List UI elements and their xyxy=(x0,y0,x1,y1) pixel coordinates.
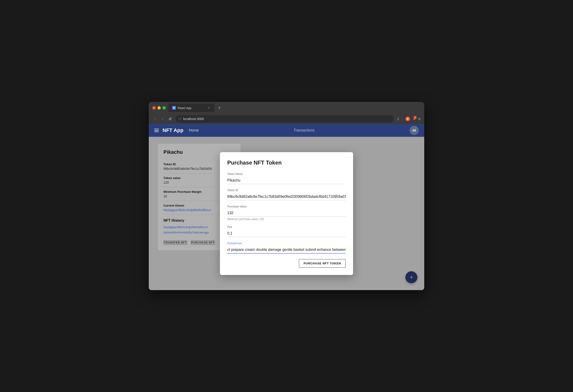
security-icon: ⓘ xyxy=(179,117,181,121)
navbar-left: NFT App Home xyxy=(154,127,199,133)
app-navbar: NFT App Home Transactions 44 xyxy=(149,124,424,137)
token-id-group: Token ID xyxy=(227,189,346,200)
navbar-center: Transactions xyxy=(199,128,410,132)
close-button[interactable] xyxy=(152,106,156,109)
url-text: localhost:3000 xyxy=(183,117,204,121)
fee-group: Fee xyxy=(227,225,346,237)
submit-purchase-button[interactable]: PURCHASE NFT TOKEN xyxy=(299,259,346,267)
minimize-button[interactable] xyxy=(158,106,161,109)
modal-token-id-input[interactable] xyxy=(227,193,346,200)
user-avatar[interactable]: 44 xyxy=(410,126,419,135)
refresh-button[interactable]: ↺ xyxy=(167,116,173,122)
title-bar: R React App × + xyxy=(149,102,424,114)
modal-title: Purchase NFT Token xyxy=(227,160,346,166)
modal-overlay: Purchase NFT Token Token Name Token ID P… xyxy=(149,137,424,290)
bookmark-icon[interactable]: ⇩ xyxy=(397,117,400,121)
traffic-lights xyxy=(152,106,166,109)
tab-close-button[interactable]: × xyxy=(207,106,211,110)
passphrase-input[interactable] xyxy=(227,246,346,254)
new-tab-button[interactable]: + xyxy=(216,105,223,111)
passphrase-group: Passphrase xyxy=(227,242,346,254)
alert-container: ▲ 1 xyxy=(412,117,416,121)
token-name-label: Token Name xyxy=(227,172,346,176)
purchase-modal: Purchase NFT Token Token Name Token ID P… xyxy=(220,152,353,275)
passphrase-label: Passphrase xyxy=(227,242,346,245)
tab-title: React App xyxy=(178,106,192,110)
tab-favicon: R xyxy=(172,106,176,110)
active-tab[interactable]: R React App × xyxy=(168,104,215,112)
browser-menu-icon[interactable]: ≡ xyxy=(418,117,421,121)
tab-bar: R React App × + xyxy=(168,104,421,112)
transactions-nav-link[interactable]: Transactions xyxy=(294,128,315,132)
address-bar-right: ⇩ | B ▲ 1 ≡ xyxy=(397,117,421,121)
purchase-value-label: Purchase Value xyxy=(227,205,346,208)
hamburger-menu[interactable] xyxy=(154,129,159,132)
modal-token-id-label: Token ID xyxy=(227,189,346,192)
maximize-button[interactable] xyxy=(162,106,166,109)
alert-badge: 1 xyxy=(413,116,417,119)
brave-shield-icon[interactable]: B xyxy=(405,117,410,121)
back-button[interactable]: ‹ xyxy=(152,116,158,122)
forward-button[interactable]: › xyxy=(160,116,165,122)
purchase-value-hint: Minimum purchase value: 132 xyxy=(227,218,346,221)
fee-input[interactable] xyxy=(227,230,346,237)
home-nav-link[interactable]: Home xyxy=(189,128,199,132)
address-bar: ‹ › ↺ ⓘ localhost:3000 ⇩ | B ▲ 1 ≡ xyxy=(149,114,424,124)
page-area: Pikachu Token ID 99bc9c9d82a8c8e7fec1c7b… xyxy=(149,137,424,290)
token-name-group: Token Name xyxy=(227,172,346,184)
token-name-input[interactable] xyxy=(227,177,346,184)
app-content: NFT App Home Transactions 44 Pikachu Tok… xyxy=(149,124,424,290)
fee-label: Fee xyxy=(227,225,346,229)
modal-actions: PURCHASE NFT TOKEN xyxy=(227,259,346,267)
purchase-value-input[interactable] xyxy=(227,210,346,217)
url-bar[interactable]: ⓘ localhost:3000 xyxy=(175,115,394,123)
browser-window: R React App × + ‹ › ↺ ⓘ localhost:3000 ⇩… xyxy=(149,102,424,290)
app-title: NFT App xyxy=(162,127,183,133)
nav-buttons: ‹ › ↺ xyxy=(152,116,173,122)
purchase-value-group: Purchase Value Minimum purchase value: 1… xyxy=(227,205,346,221)
